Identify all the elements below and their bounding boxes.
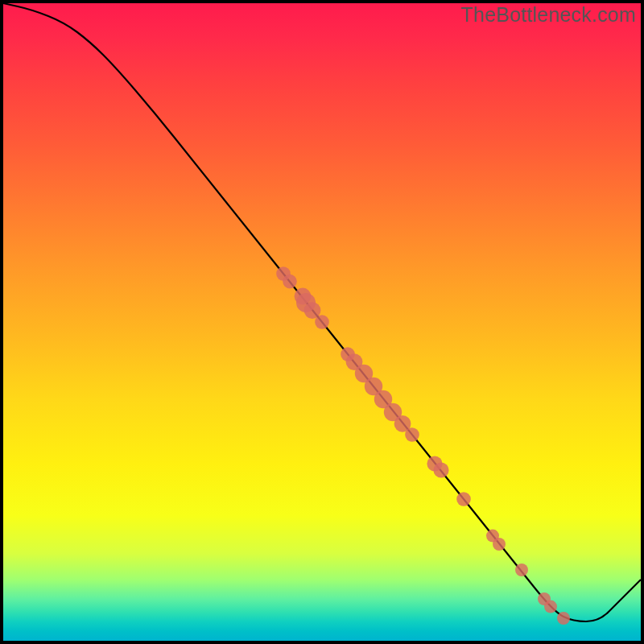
- data-marker: [405, 427, 419, 442]
- data-marker: [544, 601, 557, 613]
- data-marker: [456, 492, 471, 506]
- data-marker: [283, 275, 297, 289]
- chart-plot: [0, 0, 644, 644]
- data-marker: [557, 612, 570, 625]
- data-marker: [515, 564, 528, 576]
- chart-container: TheBottleneck.com: [0, 0, 644, 644]
- data-marker: [315, 315, 329, 329]
- data-marker: [493, 538, 506, 551]
- data-markers: [276, 266, 570, 625]
- data-marker: [433, 462, 448, 477]
- curve-line: [3, 3, 641, 621]
